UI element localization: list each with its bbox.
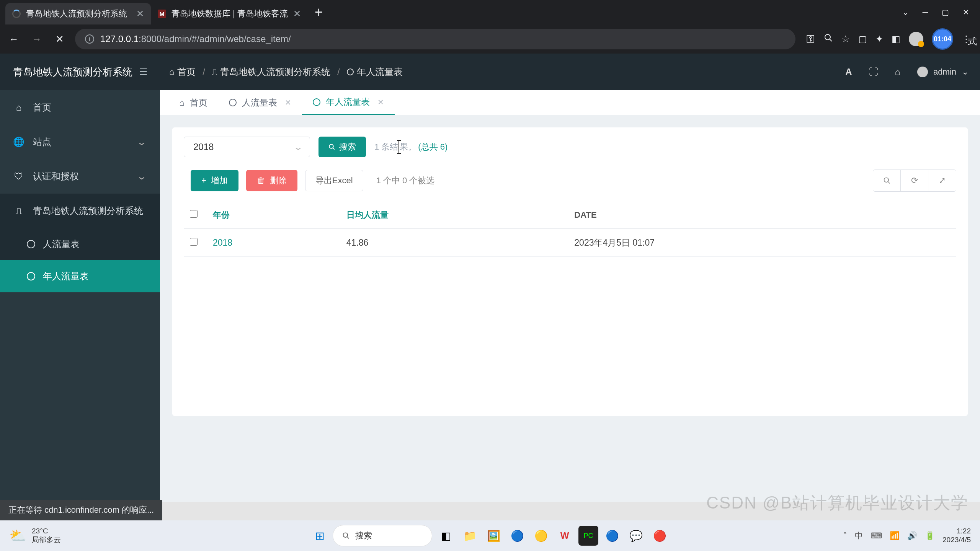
gallery-icon[interactable]: 🖼️: [483, 526, 503, 546]
search-button-label: 搜索: [339, 141, 356, 153]
avatar-icon: [917, 67, 928, 77]
start-button[interactable]: ⊞: [310, 527, 329, 545]
app-icon[interactable]: 🔵: [602, 526, 622, 546]
sidebar-item-site[interactable]: 🌐 站点: [0, 125, 160, 159]
taskbar-clock[interactable]: 1:22 2023/4/5: [942, 527, 971, 544]
key-icon[interactable]: ⚿: [806, 34, 815, 44]
tab-loading-spinner-icon: [12, 10, 21, 18]
refresh-icon[interactable]: ⟳: [901, 170, 928, 191]
col-date[interactable]: DATE: [568, 202, 956, 229]
chevron-up-icon[interactable]: ˄: [843, 531, 847, 540]
year-select-value: 2018: [193, 142, 214, 152]
main-panel: 2018 搜索 1 条结 果。 (总共 6) + 增加: [172, 127, 968, 416]
delete-button[interactable]: 🗑 删除: [246, 170, 297, 191]
site-info-icon[interactable]: i: [85, 34, 94, 44]
taskview-icon[interactable]: ◧: [436, 526, 456, 546]
volume-icon[interactable]: 🔊: [907, 531, 917, 540]
minimize-icon[interactable]: ─: [923, 8, 928, 17]
profile-icon[interactable]: [909, 32, 923, 46]
watermark-text: CSDN @B站计算机毕业设计大学: [706, 492, 969, 514]
new-tab-button[interactable]: +: [315, 4, 323, 20]
tabs-dropdown-icon[interactable]: ⌄: [902, 8, 909, 17]
sidebar-item-home[interactable]: ⌂ 首页: [0, 90, 160, 125]
cell-year[interactable]: 2018: [207, 229, 340, 257]
tab-close-icon[interactable]: ✕: [293, 8, 301, 19]
stop-icon[interactable]: ✕: [52, 33, 67, 45]
user-menu[interactable]: admin ⌄: [917, 67, 969, 77]
wps-icon[interactable]: W: [555, 526, 575, 546]
sidebar-item-label: 首页: [33, 101, 51, 114]
input-icon[interactable]: ⌨: [871, 531, 882, 540]
tab-close-icon[interactable]: ✕: [377, 98, 384, 107]
timer-badge[interactable]: 01:04: [932, 28, 953, 50]
chart-icon: ⎍: [13, 205, 24, 216]
tab-close-icon[interactable]: ✕: [285, 98, 291, 107]
search-button[interactable]: 搜索: [318, 137, 366, 157]
extensions-icon[interactable]: ✦: [875, 34, 883, 44]
sidebar-item-yearflow[interactable]: 年人流量表: [0, 260, 160, 292]
delete-button-label: 删除: [270, 175, 287, 186]
app2-icon[interactable]: 🔴: [650, 526, 670, 546]
search-icon: [328, 143, 335, 150]
export-button[interactable]: 导出Excel: [305, 170, 363, 191]
tab-yearflow[interactable]: 年人流量表 ✕: [302, 90, 395, 115]
back-icon[interactable]: ←: [6, 33, 21, 45]
font-size-icon[interactable]: A: [845, 67, 852, 77]
forward-icon[interactable]: →: [29, 33, 44, 45]
weather-desc: 局部多云: [32, 536, 61, 544]
browser-tab-1[interactable]: 青岛地铁人流预测分析系统 ✕: [5, 3, 151, 24]
expand-icon[interactable]: ⤢: [928, 170, 956, 191]
sidebar: ⌂ 首页 🌐 站点 🛡 认证和授权 ⎍ 青岛地铁人流预测分析系统 人流量表 年人…: [0, 90, 160, 502]
year-select[interactable]: 2018: [184, 137, 310, 157]
battery-icon[interactable]: 🔋: [925, 531, 935, 540]
sidebar-item-auth[interactable]: 🛡 认证和授权: [0, 159, 160, 194]
col-year[interactable]: 年份: [207, 202, 340, 229]
tab-home[interactable]: ⌂ 首页: [168, 90, 218, 115]
breadcrumb-system[interactable]: ⎍青岛地铁人流预测分析系统: [212, 66, 330, 78]
tab-flow[interactable]: 人流量表 ✕: [218, 90, 302, 115]
ime-icon[interactable]: 中: [855, 530, 863, 541]
row-checkbox[interactable]: [190, 238, 198, 246]
weather-widget[interactable]: ⛅ 23°C 局部多云: [9, 527, 61, 544]
edge-icon[interactable]: 🔵: [507, 526, 527, 546]
wechat-icon[interactable]: 💬: [626, 526, 646, 546]
explorer-icon[interactable]: 📁: [460, 526, 480, 546]
plus-icon: +: [201, 176, 206, 186]
sidebar-item-label: 认证和授权: [33, 170, 79, 183]
search-toolbar-icon[interactable]: [873, 170, 901, 191]
url-input[interactable]: i 127.0.0.1:8000/admin/#/admin/web/case_…: [75, 29, 795, 49]
sidebar-item-system[interactable]: ⎍ 青岛地铁人流预测分析系统: [0, 194, 160, 228]
fullscreen-icon[interactable]: ⛶: [869, 67, 878, 77]
chrome-icon[interactable]: 🟡: [531, 526, 551, 546]
toolbar-icon-group: ⟳ ⤢: [873, 170, 956, 192]
add-button[interactable]: + 增加: [191, 170, 238, 191]
shield-icon: 🛡: [13, 171, 24, 182]
maximize-icon[interactable]: ▢: [942, 8, 949, 17]
close-window-icon[interactable]: ✕: [963, 8, 969, 17]
total-count-link[interactable]: (总共 6): [418, 141, 448, 153]
wifi-icon[interactable]: 📶: [890, 531, 900, 540]
vr-icon[interactable]: ▢: [858, 34, 867, 44]
tab-close-icon[interactable]: ✕: [136, 8, 144, 19]
star-icon[interactable]: ☆: [841, 34, 850, 44]
chart-icon: ⎍: [212, 67, 217, 77]
svg-point-0: [825, 34, 830, 40]
browser-tab-2[interactable]: M 青岛地铁数据库 | 青岛地铁客流 ✕: [151, 3, 308, 24]
home-icon: ⌂: [169, 67, 174, 77]
sidebar-item-flow[interactable]: 人流量表: [0, 228, 160, 260]
search-icon[interactable]: [824, 33, 833, 45]
col-avg[interactable]: 日均人流量: [340, 202, 568, 229]
pycharm-icon[interactable]: PC: [578, 526, 598, 546]
globe-icon: 🌐: [13, 137, 24, 147]
taskbar-search[interactable]: 搜索: [333, 525, 432, 546]
sidepanel-icon[interactable]: ◧: [892, 34, 900, 44]
content-tabs: ⌂ 首页 人流量表 ✕ 年人流量表 ✕: [160, 90, 980, 115]
sidebar-toggle-icon[interactable]: ☰: [139, 67, 148, 77]
taskbar-search-label: 搜索: [355, 530, 372, 541]
svg-point-6: [343, 533, 348, 538]
breadcrumb-home[interactable]: ⌂首页: [169, 66, 196, 78]
circle-icon: [347, 68, 354, 75]
select-all-checkbox[interactable]: [190, 210, 198, 218]
home-icon[interactable]: ⌂: [895, 67, 901, 77]
browser-tab-bar: 青岛地铁人流预测分析系统 ✕ M 青岛地铁数据库 | 青岛地铁客流 ✕ + ⌄ …: [0, 0, 980, 24]
